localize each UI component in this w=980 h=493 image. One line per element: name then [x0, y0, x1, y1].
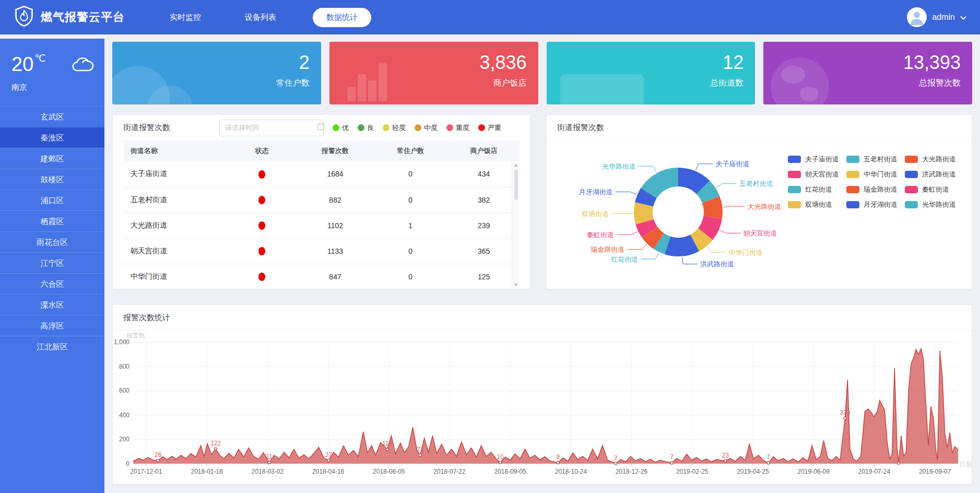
severity-legend: 优良轻度中度重度严重: [333, 123, 501, 133]
stat-card-0: 2常住户数: [112, 42, 321, 104]
donut-legend-item-4[interactable]: 中华门街道: [846, 170, 905, 179]
legend-swatch: [846, 186, 859, 193]
severity-label: 严重: [488, 123, 501, 133]
donut-legend-item-6[interactable]: 红花街道: [788, 185, 846, 194]
merchants-cell: 434: [448, 161, 519, 187]
donut-label: 朝天宫街道: [743, 229, 777, 237]
status-cell: [226, 264, 298, 289]
donut-chart-area: 夫子庙街道五老村街道大光路街道朝天宫街道中华门街道洪武路街道红花街道瑞金路街道秦…: [547, 140, 972, 289]
status-cell: [226, 187, 298, 213]
x-tick-label: 2018-03-02: [252, 468, 284, 475]
table-scrollbar[interactable]: [512, 161, 519, 289]
residents-cell: 1: [373, 213, 448, 238]
legend-label: 光华路街道: [922, 200, 956, 209]
sidebar-item-district-7[interactable]: 江宁区: [0, 252, 104, 273]
donut-label-line: [639, 166, 656, 172]
sidebar-item-district-11[interactable]: 江北新区: [0, 336, 104, 357]
donut-label-line: [707, 247, 726, 252]
data-point-label: 23: [722, 452, 729, 459]
sidebar-item-district-8[interactable]: 六合区: [0, 273, 104, 294]
donut-legend-item-9[interactable]: 双塘街道: [788, 200, 846, 209]
navbar: 燃气报警云平台 实时监控设备列表数据统计 admin: [0, 0, 980, 34]
data-point-marker: [615, 462, 617, 465]
donut-legend-item-2[interactable]: 大光路街道: [905, 155, 963, 164]
residents-cell: 0: [373, 187, 448, 213]
data-point-marker: [670, 462, 673, 464]
brand: 燃气报警云平台: [14, 5, 125, 29]
severity-label: 中度: [424, 123, 438, 133]
donut-label: 中华门街道: [729, 249, 763, 256]
donut-legend-item-1[interactable]: 五老村街道: [846, 155, 905, 164]
bar: [347, 87, 356, 101]
data-point-marker: [268, 461, 270, 464]
scroll-up-icon[interactable]: [514, 163, 518, 167]
legend-label: 瑞金路街道: [864, 185, 898, 194]
donut-legend-item-3[interactable]: 朝天宫街道: [788, 170, 846, 179]
legend-label: 红花街道: [805, 185, 832, 194]
y-tick-label: 400: [119, 412, 129, 419]
sidebar-item-district-4[interactable]: 浦口区: [0, 190, 104, 210]
legend-label: 中华门街道: [864, 170, 898, 179]
sidebar-item-district-6[interactable]: 雨花台区: [0, 231, 104, 252]
sidebar-item-district-9[interactable]: 溧水区: [0, 294, 104, 315]
sidebar-item-district-2[interactable]: 建邺区: [0, 148, 104, 169]
sidebar-item-district-3[interactable]: 鼓楼区: [0, 169, 104, 190]
sidebar-item-district-0[interactable]: 玄武区: [0, 106, 104, 127]
stat-card-label: 常住户数: [124, 78, 310, 89]
donut-legend-item-0[interactable]: 夫子庙街道: [788, 155, 846, 164]
logo-shield-flame-icon: [14, 5, 34, 29]
alarm-trend-chart[interactable]: 02004006008001,0002017-12-012018-01-1620…: [113, 331, 972, 485]
date-picker[interactable]: [219, 120, 324, 136]
donut-label-line: [641, 253, 659, 259]
severity-label: 良: [367, 123, 374, 133]
donut-legend: 夫子庙街道五老村街道大光路街道朝天宫街道中华门街道洪武路街道红花街道瑞金路街道秦…: [788, 155, 963, 209]
main-nav: 实时监控设备列表数据统计: [162, 8, 371, 27]
user-menu[interactable]: admin: [907, 7, 966, 27]
nav-item-1[interactable]: 设备列表: [238, 8, 284, 27]
nav-item-2[interactable]: 数据统计: [313, 8, 371, 27]
alarms-cell: 1684: [298, 161, 373, 187]
legend-swatch: [905, 186, 918, 193]
data-point-marker: [327, 459, 330, 462]
sidebar-item-district-10[interactable]: 高淳区: [0, 315, 104, 336]
x-tick-label: 2017-12-01: [130, 468, 162, 475]
legend-swatch: [846, 156, 859, 163]
sidebar-item-district-5[interactable]: 栖霞区: [0, 210, 104, 231]
y-tick-label: 800: [119, 363, 129, 370]
donut-legend-item-8[interactable]: 秦虹街道: [905, 185, 963, 194]
donut-label: 夫子庙街道: [716, 160, 750, 168]
donut-legend-item-5[interactable]: 洪武路街道: [905, 170, 963, 179]
stat-card-value: 13,393: [775, 52, 961, 73]
status-cell: [226, 161, 298, 187]
data-point-marker: [557, 461, 559, 464]
legend-label: 双塘街道: [805, 200, 832, 209]
merchants-cell: 382: [448, 187, 519, 213]
date-picker-input[interactable]: [225, 124, 317, 132]
legend-swatch: [905, 201, 918, 208]
scroll-down-icon[interactable]: [514, 284, 518, 287]
donut-legend-item-10[interactable]: 月牙湖街道: [846, 200, 905, 209]
district-list: 玄武区秦淮区建邺区鼓楼区浦口区栖霞区雨花台区江宁区六合区溧水区高淳区江北新区: [0, 106, 104, 357]
data-point-label: 7: [670, 453, 674, 461]
donut-legend-item-11[interactable]: 光华路街道: [905, 200, 963, 209]
street-alarm-donut-panel: 街道报警次数 夫子庙街道五老村街道大光路街道朝天宫街道中华门街道洪武路街道红花街…: [546, 114, 972, 289]
severity-dot: [333, 124, 339, 131]
bar-chart-icon: [329, 42, 538, 104]
data-point-marker: [767, 462, 770, 464]
street-name-cell: 朝天宫街道: [123, 238, 226, 264]
city-label: 南京: [11, 83, 94, 92]
donut-legend-item-7[interactable]: 瑞金路街道: [846, 185, 905, 194]
residents-cell: 0: [373, 238, 448, 264]
data-point-label: 122: [210, 440, 221, 447]
severity-dot: [415, 124, 421, 131]
sidebar-item-district-1[interactable]: 秦淮区: [0, 127, 104, 148]
trend-panel-header: 报警次数统计: [113, 305, 972, 331]
data-point-marker: [215, 448, 217, 450]
app-title: 燃气报警云平台: [41, 9, 125, 25]
alarm-trend-panel: 报警次数统计 02004006008001,0002017-12-012018-…: [112, 304, 972, 485]
y-axis-name: 报警数: [126, 332, 145, 339]
severity-item-2: 轻度: [383, 123, 406, 133]
scrollbar-thumb[interactable]: [514, 170, 518, 200]
severity-item-5: 严重: [478, 123, 501, 133]
nav-item-0[interactable]: 实时监控: [162, 8, 208, 27]
